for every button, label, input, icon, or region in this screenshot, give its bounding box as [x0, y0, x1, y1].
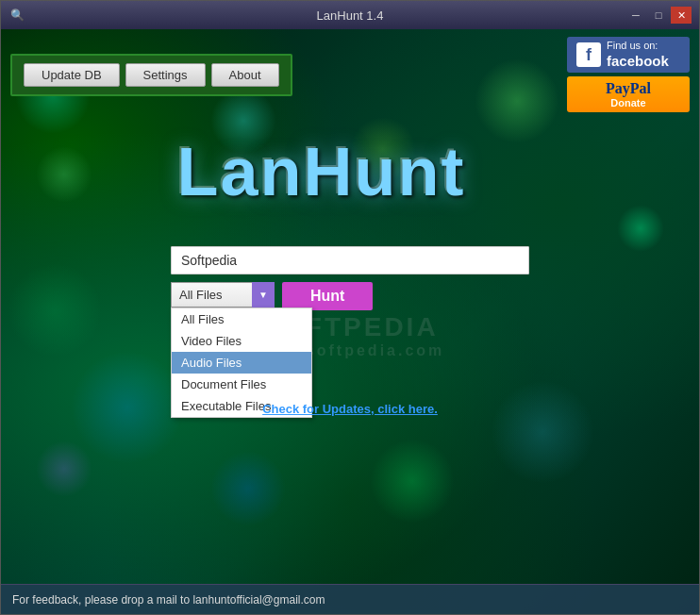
paypal-text: PayPal Donate [606, 80, 651, 108]
update-link[interactable]: Check for Updates, click here. [262, 402, 438, 416]
bokeh-2 [36, 146, 92, 203]
facebook-icon: f [576, 42, 601, 67]
app-logo: LanHunt [176, 133, 465, 210]
window-controls: ─ □ ✕ [625, 7, 692, 24]
titlebar: 🔍 LanHunt 1.4 ─ □ ✕ [1, 1, 699, 29]
feedback-text: For feedback, please drop a mail to lanh… [12, 593, 325, 607]
toolbar-button-group: Update DB Settings About [10, 54, 292, 96]
main-window: 🔍 LanHunt 1.4 ─ □ ✕ Update DB Settings [0, 0, 700, 615]
paypal-brand: PayPal [606, 80, 651, 97]
statusbar: For feedback, please drop a mail to lanh… [1, 584, 699, 614]
paypal-action: Donate [606, 97, 651, 108]
bokeh-11 [370, 439, 455, 524]
facebook-name: facebook [607, 52, 669, 71]
app-icon: 🔍 [8, 7, 25, 24]
main-content: Update DB Settings About f Find us on: f… [1, 29, 699, 614]
social-area: f Find us on: facebook PayPal Donate [567, 37, 690, 112]
dropdown-selected-value: All Files [172, 283, 274, 307]
bokeh-5 [71, 351, 184, 464]
settings-button[interactable]: Settings [125, 63, 206, 87]
bokeh-3 [8, 263, 102, 357]
dropdown-item-all-files[interactable]: All Files [172, 308, 311, 330]
bokeh-8 [491, 380, 594, 484]
bokeh-9 [210, 451, 286, 526]
dropdown-item-video-files[interactable]: Video Files [172, 330, 311, 352]
file-type-dropdown-wrapper: All Files ▼ All Files Video Files Audio … [171, 282, 275, 308]
minimize-button[interactable]: ─ [625, 7, 646, 24]
file-type-dropdown[interactable]: All Files ▼ [171, 282, 275, 308]
dropdown-item-audio-files[interactable]: Audio Files [172, 352, 311, 374]
toolbar: Update DB Settings About f Find us on: f… [10, 37, 690, 112]
facebook-button[interactable]: f Find us on: facebook [567, 37, 690, 73]
hunt-button[interactable]: Hunt [282, 282, 373, 310]
bokeh-10 [36, 440, 92, 497]
facebook-text: Find us on: facebook [607, 39, 669, 71]
window-title: LanHunt 1.4 [317, 8, 384, 23]
search-input[interactable] [171, 246, 529, 274]
about-button[interactable]: About [211, 63, 279, 87]
close-button[interactable]: ✕ [671, 7, 692, 24]
maximize-button[interactable]: □ [648, 7, 669, 24]
dropdown-item-document-files[interactable]: Document Files [172, 374, 311, 395]
bokeh-7 [617, 205, 664, 252]
search-controls: All Files ▼ All Files Video Files Audio … [171, 282, 529, 310]
paypal-button[interactable]: PayPal Donate [567, 76, 690, 112]
facebook-find-text: Find us on: [607, 39, 669, 52]
search-area: All Files ▼ All Files Video Files Audio … [171, 246, 529, 310]
update-db-button[interactable]: Update DB [24, 63, 120, 87]
